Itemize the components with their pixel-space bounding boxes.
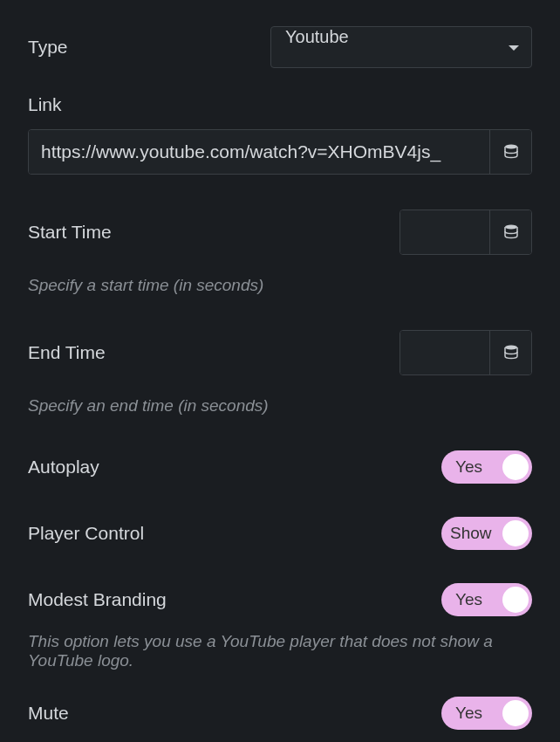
player-control-row: Player Control Show — [28, 517, 532, 550]
mute-toggle[interactable]: Yes — [441, 697, 532, 730]
modest-branding-label: Modest Branding — [28, 589, 167, 610]
database-icon — [504, 144, 518, 160]
end-time-row: End Time — [28, 330, 532, 375]
modest-branding-help: This option lets you use a YouTube playe… — [28, 632, 532, 670]
autoplay-row: Autoplay Yes — [28, 450, 532, 484]
autoplay-section: Autoplay Yes — [28, 450, 532, 484]
modest-branding-row: Modest Branding Yes — [28, 583, 532, 616]
player-control-toggle[interactable]: Show — [441, 517, 532, 550]
database-icon — [504, 345, 518, 361]
modest-branding-section: Modest Branding Yes This option lets you… — [28, 583, 532, 670]
player-control-label: Player Control — [28, 523, 144, 544]
start-time-section: Start Time Specify a start time (in seco… — [28, 210, 532, 295]
type-label: Type — [28, 37, 68, 58]
link-input[interactable] — [29, 130, 489, 174]
svg-point-0 — [505, 145, 517, 149]
start-time-label: Start Time — [28, 222, 112, 243]
start-time-input[interactable] — [400, 210, 489, 254]
link-label: Link — [28, 94, 532, 115]
start-time-row: Start Time — [28, 210, 532, 255]
end-time-input-group — [400, 330, 532, 375]
player-control-toggle-text: Show — [450, 524, 492, 543]
link-section: Link — [28, 94, 532, 175]
link-dynamic-button[interactable] — [489, 130, 531, 174]
start-time-help: Specify a start time (in seconds) — [28, 276, 532, 295]
type-select[interactable]: Youtube — [270, 26, 532, 68]
link-input-group — [28, 129, 532, 175]
type-select-value: Youtube — [285, 27, 349, 46]
toggle-knob — [502, 700, 529, 726]
start-time-dynamic-button[interactable] — [489, 210, 531, 254]
end-time-help: Specify an end time (in seconds) — [28, 396, 532, 416]
player-control-section: Player Control Show — [28, 517, 532, 550]
end-time-dynamic-button[interactable] — [489, 331, 531, 374]
svg-point-2 — [505, 346, 517, 350]
modest-branding-toggle-text: Yes — [455, 590, 482, 609]
mute-section: Mute Yes — [28, 697, 532, 730]
type-field-row: Type Youtube — [28, 26, 532, 68]
toggle-knob — [502, 520, 529, 546]
mute-row: Mute Yes — [28, 697, 532, 730]
toggle-knob — [502, 587, 529, 613]
mute-label: Mute — [28, 703, 69, 724]
type-select-wrapper: Youtube — [270, 26, 532, 68]
end-time-section: End Time Specify an end time (in seconds… — [28, 330, 532, 416]
toggle-knob — [502, 454, 529, 480]
autoplay-toggle[interactable]: Yes — [441, 450, 532, 484]
modest-branding-toggle[interactable]: Yes — [441, 583, 532, 616]
database-icon — [504, 224, 518, 240]
autoplay-toggle-text: Yes — [455, 457, 482, 477]
autoplay-label: Autoplay — [28, 457, 99, 477]
end-time-label: End Time — [28, 342, 106, 363]
svg-point-1 — [505, 225, 517, 230]
start-time-input-group — [400, 210, 532, 255]
end-time-input[interactable] — [400, 331, 489, 374]
mute-toggle-text: Yes — [455, 704, 482, 723]
